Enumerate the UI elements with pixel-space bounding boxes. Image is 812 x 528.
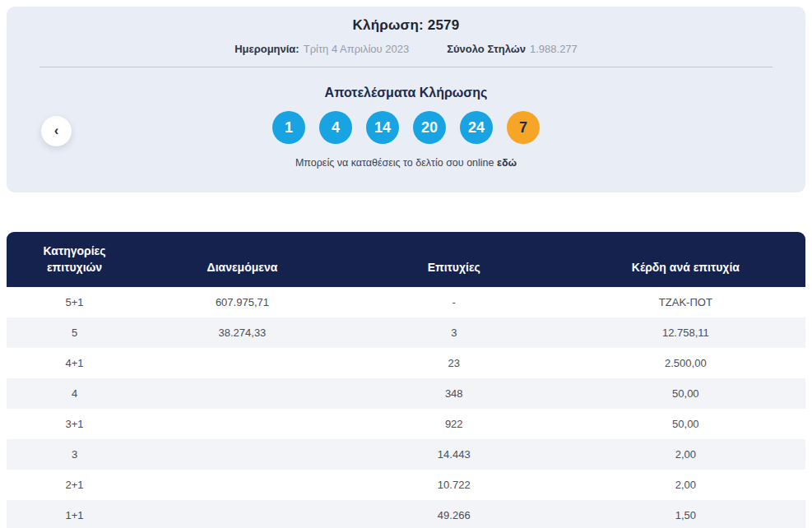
winning-number-ball: 14 — [366, 111, 399, 144]
header-distributed: Διανεμόμενα — [142, 232, 342, 287]
draw-title-label: Κλήρωση: — [353, 17, 424, 33]
cell-category: 3 — [7, 439, 142, 470]
cell-winners: 23 — [342, 348, 566, 378]
online-deposit-text-body: Μπορείς να καταθέσεις το δελτίο σου onli… — [295, 157, 494, 169]
bonus-number-ball: 7 — [507, 111, 540, 144]
draw-number: 2579 — [428, 17, 460, 33]
cell-distributed — [142, 378, 342, 409]
cell-category: 4+1 — [7, 348, 142, 378]
cell-winners: 348 — [342, 378, 566, 409]
cell-winners: 922 — [342, 409, 566, 439]
cell-prize: 2,00 — [566, 439, 805, 470]
cell-prize: 50,00 — [566, 378, 805, 409]
draw-date-value: Τρίτη 4 Απριλίου 2023 — [304, 43, 410, 55]
cell-distributed — [142, 500, 342, 528]
total-columns-label: Σύνολο Στηλών — [447, 43, 526, 55]
cell-winners: - — [342, 287, 566, 317]
cell-distributed — [142, 439, 342, 470]
winning-number-ball: 20 — [413, 111, 446, 144]
cell-winners: 10.722 — [342, 470, 566, 500]
table-row: 434850,00 — [7, 378, 805, 409]
cell-prize: ΤΖΑΚ-ΠΟΤ — [566, 287, 805, 317]
cell-distributed — [142, 348, 342, 378]
table-row: 2+110.7222,00 — [7, 470, 805, 500]
draw-result-card: Κλήρωση: 2579 Ημερομηνία: Τρίτη 4 Απριλί… — [7, 7, 805, 192]
cell-winners: 14.443 — [342, 439, 566, 470]
cell-distributed — [142, 409, 342, 439]
header-categories: Κατηγορίες επιτυχιών — [7, 232, 142, 287]
card-divider — [39, 67, 773, 67]
winning-categories-table: Κατηγορίες επιτυχιών Διανεμόμενα Επιτυχί… — [7, 232, 805, 528]
cell-category: 1+1 — [7, 500, 142, 528]
cell-prize: 1,50 — [566, 500, 805, 528]
total-columns-value: 1.988.277 — [530, 43, 578, 55]
cell-prize: 2.500,00 — [566, 348, 805, 378]
winning-number-ball: 4 — [319, 111, 352, 144]
cell-category: 4 — [7, 378, 142, 409]
cell-category: 5 — [7, 317, 142, 348]
cell-winners: 49.266 — [342, 500, 566, 528]
cell-category: 3+1 — [7, 409, 142, 439]
cell-prize: 50,00 — [566, 409, 805, 439]
draw-meta-row: Ημερομηνία: Τρίτη 4 Απριλίου 2023 Σύνολο… — [7, 43, 805, 55]
winning-number-ball: 1 — [272, 111, 305, 144]
draw-date: Ημερομηνία: Τρίτη 4 Απριλίου 2023 — [234, 43, 409, 55]
cell-distributed: 607.975,71 — [142, 287, 342, 317]
results-title: Αποτελέσματα Κλήρωσης — [7, 86, 805, 100]
cell-prize: 2,00 — [566, 470, 805, 500]
table-row: 314.4432,00 — [7, 439, 805, 470]
online-deposit-link[interactable]: εδώ — [497, 157, 517, 169]
cell-winners: 3 — [342, 317, 566, 348]
total-columns: Σύνολο Στηλών 1.988.277 — [447, 43, 578, 55]
cell-distributed — [142, 470, 342, 500]
cell-distributed: 38.274,33 — [142, 317, 342, 348]
chevron-left-icon: ‹ — [54, 123, 59, 137]
draw-date-label: Ημερομηνία: — [234, 43, 299, 55]
previous-draw-button[interactable]: ‹ — [41, 116, 72, 146]
table-row: 1+149.2661,50 — [7, 500, 805, 528]
table-body: 5+1607.975,71-ΤΖΑΚ-ΠΟΤ538.274,33312.758,… — [7, 287, 805, 528]
draw-title: Κλήρωση: 2579 — [7, 7, 805, 34]
table-row: 3+192250,00 — [7, 409, 805, 439]
cell-category: 2+1 — [7, 470, 142, 500]
cell-category: 5+1 — [7, 287, 142, 317]
winning-number-ball: 24 — [460, 111, 493, 144]
table-row: 5+1607.975,71-ΤΖΑΚ-ΠΟΤ — [7, 287, 805, 317]
winning-numbers-row: 141420247 — [7, 111, 805, 144]
table-header: Κατηγορίες επιτυχιών Διανεμόμενα Επιτυχί… — [7, 232, 805, 287]
table-row: 4+1232.500,00 — [7, 348, 805, 378]
cell-prize: 12.758,11 — [566, 317, 805, 348]
table-row: 538.274,33312.758,11 — [7, 317, 805, 348]
winning-categories-table-wrap: Κατηγορίες επιτυχιών Διανεμόμενα Επιτυχί… — [7, 232, 805, 528]
header-winners: Επιτυχίες — [342, 232, 566, 287]
online-deposit-text: Μπορείς να καταθέσεις το δελτίο σου onli… — [7, 157, 805, 169]
header-prize-per-win: Κέρδη ανά επιτυχία — [566, 232, 805, 287]
